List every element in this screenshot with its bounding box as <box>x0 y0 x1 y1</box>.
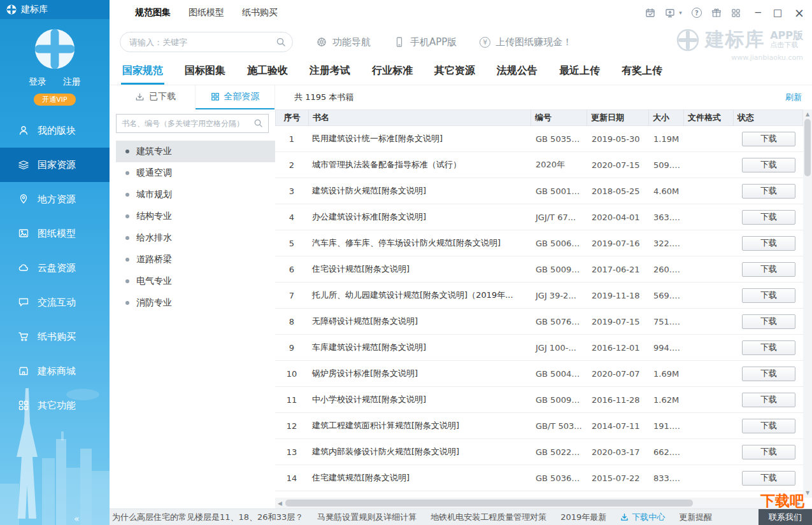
news-link[interactable]: 2019年最新 <box>560 512 606 523</box>
sidebar-item-mall[interactable]: 建标商城 <box>0 354 110 388</box>
search-icon[interactable] <box>276 37 286 47</box>
gift-icon[interactable] <box>711 8 722 18</box>
table-row[interactable]: 9车库建筑设计规范[附条文说明]JGJ 100-...2016-12-01994… <box>275 335 803 361</box>
scroll-right-icon[interactable]: ▶ <box>796 500 801 507</box>
chevron-down-icon[interactable]: ▾ <box>679 10 682 16</box>
table-row[interactable]: 14住宅建筑规范[附条文说明]GB 50368...2015-07-22833.… <box>275 465 803 491</box>
sidebar-item-drawings-models[interactable]: 图纸模型 <box>0 216 110 251</box>
table-row[interactable]: 2城市管理执法装备配备指导标准（试行）2020年2020-07-15509.90… <box>275 152 803 178</box>
scroll-down-icon[interactable]: ▼ <box>806 490 809 496</box>
book-name: 托儿所、幼儿园建筑设计规范[附条文说明]（2019年... <box>308 290 532 301</box>
horizontal-scrollbar[interactable]: ◀ ▶ <box>275 498 803 508</box>
apps-grid-icon[interactable] <box>731 8 741 18</box>
maximize-button[interactable]: □ <box>773 8 782 18</box>
book-search-input[interactable] <box>116 114 269 133</box>
category-water-supply[interactable]: 给水排水 <box>116 227 275 249</box>
download-button[interactable]: 下载 <box>742 262 795 277</box>
panel-tabs: 已下载 全部资源 <box>116 85 275 109</box>
download-button[interactable]: 下载 <box>742 236 795 251</box>
table-row[interactable]: 12建筑工程建筑面积计算规范[附条文说明]GB/T 503...2014-07-… <box>275 413 803 439</box>
scroll-left-icon[interactable]: ◀ <box>278 500 282 507</box>
sidebar-item-cloud-resources[interactable]: 云盘资源 <box>0 251 110 285</box>
download-button[interactable]: 下载 <box>742 314 795 329</box>
category-architecture[interactable]: 建筑专业 <box>116 141 275 162</box>
sidebar-item-my-sections[interactable]: 我的版块 <box>0 113 110 148</box>
update-reminder-link[interactable]: 更新提醒 <box>679 512 712 523</box>
vip-badge[interactable]: 开通VIP <box>34 94 75 106</box>
download-button[interactable]: 下载 <box>742 445 795 459</box>
vertical-scrollbar[interactable]: ▲ ▼ <box>803 109 812 498</box>
register-link[interactable]: 注册 <box>63 76 81 88</box>
sidebar-item-other-functions[interactable]: 其它功能 <box>0 388 110 423</box>
nav-tab-recent-uploads[interactable]: 最近上传 <box>558 59 601 85</box>
upload-earn-cash-link[interactable]: ¥ 上传图纸赚现金！ <box>480 36 572 48</box>
category-fire-protection[interactable]: 消防专业 <box>116 292 275 314</box>
collapse-sidebar-icon[interactable]: « <box>74 514 80 524</box>
table-row[interactable]: 3建筑设计防火规范[附条文说明]GB 50016...2018-05-254.6… <box>275 178 803 204</box>
download-button[interactable]: 下载 <box>742 210 795 225</box>
scrollbar-thumb[interactable] <box>804 119 811 176</box>
download-button[interactable]: 下载 <box>742 158 795 172</box>
download-button[interactable]: 下载 <box>742 132 795 146</box>
category-roads-bridges[interactable]: 道路桥梁 <box>116 249 275 270</box>
nav-tab-registration-exam[interactable]: 注册考试 <box>308 59 352 85</box>
news-link[interactable]: 地铁机电安装工程质量管理对策 <box>431 512 546 523</box>
nav-tab-other-resources[interactable]: 其它资源 <box>433 59 476 85</box>
minimize-button[interactable]: ─ <box>755 8 761 18</box>
sidebar-item-paper-books[interactable]: 纸书购买 <box>0 319 110 354</box>
close-button[interactable]: × <box>794 7 804 19</box>
table-row[interactable]: 5汽车库、修车库、停车场设计防火规范[附条文说明]GB 50067...2019… <box>275 230 803 256</box>
download-button[interactable]: 下载 <box>742 340 795 355</box>
table-row[interactable]: 8无障碍设计规范[附条文说明]GB 50763...2019-07-15751.… <box>275 309 803 335</box>
book-search <box>116 114 269 133</box>
scroll-up-icon[interactable]: ▲ <box>806 111 809 117</box>
nav-tab-construction-acceptance[interactable]: 施工验收 <box>246 59 289 85</box>
category-structure[interactable]: 结构专业 <box>116 206 275 227</box>
tab-all-resources[interactable]: 全部资源 <box>196 85 274 109</box>
sidebar-item-community[interactable]: 交流互动 <box>0 285 110 319</box>
help-icon[interactable]: ? <box>692 8 702 18</box>
titlebar-tab-drawings[interactable]: 图纸模型 <box>189 7 224 18</box>
contact-us-button[interactable]: 联系我们 <box>759 509 812 525</box>
scrollbar-thumb[interactable] <box>285 500 693 507</box>
table-row[interactable]: 7托儿所、幼儿园建筑设计规范[附条文说明]（2019年...JGJ 39-2..… <box>275 283 803 309</box>
table-row[interactable]: 1民用建筑设计统一标准[附条文说明]GB 50352...2019-05-301… <box>275 126 803 152</box>
nav-tab-regulations[interactable]: 法规公告 <box>495 59 539 85</box>
table-row[interactable]: 6住宅设计规范[附条文说明]GB 50096...2017-06-21260.6… <box>275 256 803 283</box>
news-link[interactable]: 为什么高层住宅的常见楼层是11、18、26和33层？ <box>112 512 303 523</box>
book-code: JGJ 39-2... <box>532 291 588 300</box>
download-button[interactable]: 下载 <box>742 184 795 199</box>
nav-tab-national-atlas[interactable]: 国标图集 <box>183 59 227 85</box>
nav-tab-industry-standards[interactable]: 行业标准 <box>371 59 414 85</box>
nav-tab-rewarded-uploads[interactable]: 有奖上传 <box>620 59 664 85</box>
download-button[interactable]: 下载 <box>742 393 795 407</box>
login-link[interactable]: 登录 <box>29 76 46 88</box>
titlebar-tab-books[interactable]: 纸书购买 <box>242 7 278 18</box>
table-row[interactable]: 13建筑内部装修设计防火规范[附条文说明]GB 50222...2020-03-… <box>275 439 803 465</box>
refresh-link[interactable]: 刷新 <box>785 92 802 103</box>
sidebar-item-national-resources[interactable]: 国家资源 <box>0 148 110 182</box>
category-electrical[interactable]: 电气专业 <box>116 270 275 292</box>
download-button[interactable]: 下载 <box>742 288 795 303</box>
auth-row: 登录 注册 <box>0 76 110 88</box>
table-row[interactable]: 4办公建筑设计标准[附条文说明]JGJ/T 67...2020-04-01363… <box>275 204 803 230</box>
keyword-search-input[interactable] <box>120 32 293 52</box>
search-icon[interactable] <box>253 118 263 128</box>
mobile-app-link[interactable]: 手机APP版 <box>394 36 457 48</box>
screen-share-icon[interactable] <box>665 8 675 18</box>
download-center-link[interactable]: 下载中心 <box>620 512 665 523</box>
feature-navigation-link[interactable]: 功能导航 <box>316 36 371 48</box>
tab-downloaded[interactable]: 已下载 <box>116 85 196 109</box>
download-button[interactable]: 下载 <box>742 419 795 433</box>
category-urban-planning[interactable]: 城市规划 <box>116 184 275 206</box>
category-hvac[interactable]: 暖通空调 <box>116 162 275 184</box>
nav-tab-national-codes[interactable]: 国家规范 <box>121 59 164 85</box>
titlebar-tab-standards[interactable]: 规范图集 <box>135 7 171 18</box>
news-link[interactable]: 马凳筋设置规则及详细计算 <box>317 512 417 523</box>
sidebar-item-local-resources[interactable]: 地方资源 <box>0 182 110 216</box>
table-row[interactable]: 10锅炉房设计标准[附条文说明]GB 50041...2020-07-071.6… <box>275 361 803 387</box>
download-button[interactable]: 下载 <box>742 367 795 381</box>
calendar-check-icon[interactable] <box>645 8 655 18</box>
table-row[interactable]: 11中小学校设计规范[附条文说明]GB 50099...2016-11-281.… <box>275 387 803 413</box>
download-button[interactable]: 下载 <box>742 471 795 486</box>
